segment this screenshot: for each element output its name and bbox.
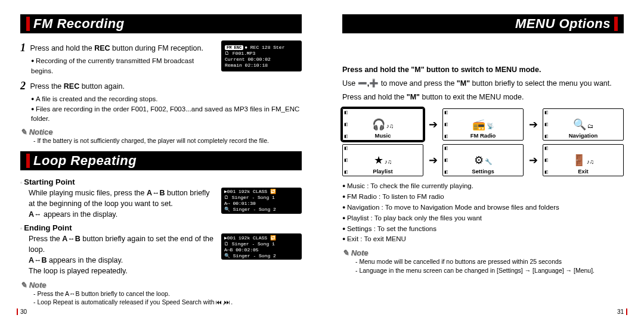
desc-playlist: Playlist : To play back only the files y… xyxy=(342,213,624,224)
menu-label: Exit xyxy=(578,168,588,174)
lcd-line: 🔍 Singer - Song 2 xyxy=(224,207,299,212)
note-1: Menu mode will be cancelled if no button… xyxy=(355,257,624,266)
subhead-starting-point: Starting Point xyxy=(20,177,302,186)
menu-item-settings: ◧◧◧ ⚙🔧 Settings xyxy=(442,144,524,176)
menu-descriptions: Music : To check the file currently play… xyxy=(342,181,624,245)
page-number-left: 30 xyxy=(17,308,27,315)
note-1: Press the A↔B button briefly to cancel t… xyxy=(33,289,302,298)
page-left: FM Recording FM ENC● REC 128 Ster 🗋 F001… xyxy=(0,0,322,321)
radio-icon: 📻 xyxy=(472,119,485,130)
lcd-screenshot-fm-rec: FM ENC● REC 128 Ster 🗋 F001.MP3 Current … xyxy=(221,40,302,71)
note-heading: Note xyxy=(342,248,624,257)
magnifier-icon: 🔍 xyxy=(573,119,586,130)
lcd-line: 🗋 Singer - Song 1 xyxy=(224,195,299,200)
menu-label: Music xyxy=(375,132,391,139)
notice-heading: Notice xyxy=(20,127,302,136)
title-text: Loop Repeating xyxy=(33,153,137,169)
step-2: 2 Press the REC button again. xyxy=(20,79,302,93)
intro-line-1: Press and hold the "M" button to switch … xyxy=(342,64,624,76)
menu-label: Settings xyxy=(472,168,494,174)
lcd-tag: FM ENC xyxy=(225,45,243,50)
menu-item-playlist: ◧◧◧ ★♪♫ Playlist xyxy=(342,144,423,176)
star-icon: ★ xyxy=(374,154,383,166)
lcd-remain: Remain 02:10:18 xyxy=(225,63,298,68)
menu-label: FM Radio xyxy=(470,132,496,139)
lcd-status: ● REC 128 Ster xyxy=(244,45,284,50)
lcd-time: A↔B 00:02:05 xyxy=(224,247,299,253)
door-icon: 🚪 xyxy=(572,154,586,166)
title-text: FM Recording xyxy=(33,16,125,32)
ending-point-repeat: The loop is played repeatedly. xyxy=(29,266,302,276)
lcd-time: A↔ 00:01:30 xyxy=(224,201,299,206)
note-2: Language in the menu screen can be chang… xyxy=(355,266,624,275)
headphones-icon: 🎧 xyxy=(372,119,385,130)
menu-label: Navigation xyxy=(569,132,598,139)
lcd-current: Current 00:00:02 xyxy=(225,57,298,62)
desc-fmradio: FM Radio : To listen to FM radio xyxy=(342,192,624,202)
menu-grid: ◧◧◧ 🎧♪♫ Music ➔ ◧◧◧ 📻📡 FM Radio ➔ ◧◧◧ 🔍🗂… xyxy=(342,108,624,176)
lcd-tags: ▶001 192k CLASS 🔁 xyxy=(224,189,299,194)
desc-exit: Exit : To exit MENU xyxy=(342,234,624,245)
note-heading: Note xyxy=(20,281,302,289)
page-number-right: 31 xyxy=(617,308,627,315)
step-2-detail-2: Files are recording in the order F001, F… xyxy=(31,104,302,124)
step-number: 2 xyxy=(20,80,26,92)
arrow-icon: ➔ xyxy=(526,154,540,167)
lcd-screenshot-loop-b: ▶001 192k CLASS 🔁 🗋 Singer - Song 1 A↔B … xyxy=(221,233,302,260)
section-title-loop-repeating: Loop Repeating xyxy=(20,151,302,170)
manual-spread: FM Recording FM ENC● REC 128 Ster 🗋 F001… xyxy=(0,0,644,321)
step-2-detail-1: A file is created and the recording stop… xyxy=(31,94,302,104)
page-right: MENU Options Press and hold the "M" butt… xyxy=(322,0,644,321)
lcd-file: 🗋 F001.MP3 xyxy=(225,51,298,56)
menu-item-music: ◧◧◧ 🎧♪♫ Music xyxy=(342,108,423,141)
title-accent xyxy=(614,17,618,31)
section-title-menu-options: MENU Options xyxy=(342,14,624,33)
menu-label: Playlist xyxy=(373,168,392,174)
note-2: Loop Repeat is automatically released if… xyxy=(33,298,302,307)
subhead-ending-point: Ending Point xyxy=(20,223,302,232)
lcd-line: 🗋 Singer - Song 1 xyxy=(224,241,299,247)
section-title-fm-recording: FM Recording xyxy=(20,14,302,33)
desc-music: Music : To check the file currently play… xyxy=(342,181,624,192)
title-accent xyxy=(26,154,30,168)
gear-icon: ⚙ xyxy=(474,154,484,166)
desc-settings: Settings : To set the functions xyxy=(342,224,624,235)
intro-line-3: Press and hold the "M" button to exit th… xyxy=(342,92,624,103)
arrow-icon: ➔ xyxy=(426,118,440,131)
lcd-line: 🔍 Singer - Song 2 xyxy=(224,253,299,258)
arrow-icon: ➔ xyxy=(426,154,440,167)
title-text: MENU Options xyxy=(515,16,611,32)
intro-line-2: Use ➖,➕ to move and press the "M" button… xyxy=(342,78,624,89)
lcd-screenshot-loop-a: ▶001 192k CLASS 🔁 🗋 Singer - Song 1 A↔ 0… xyxy=(221,188,302,214)
arrow-icon: ➔ xyxy=(526,118,540,131)
notice-text: If the battery is not sufficiently charg… xyxy=(33,136,302,145)
title-accent xyxy=(26,17,30,31)
menu-item-navigation: ◧◧◧ 🔍🗂 Navigation xyxy=(543,108,624,141)
desc-navigation: Navigation : To move to Navigation Mode … xyxy=(342,202,624,213)
menu-item-exit: ◧◧◧ 🚪♪♫ Exit xyxy=(543,144,624,176)
lcd-tags: ▶001 192k CLASS 🔁 xyxy=(224,235,299,241)
menu-item-fm-radio: ◧◧◧ 📻📡 FM Radio xyxy=(442,108,524,141)
step-number: 1 xyxy=(20,42,26,54)
